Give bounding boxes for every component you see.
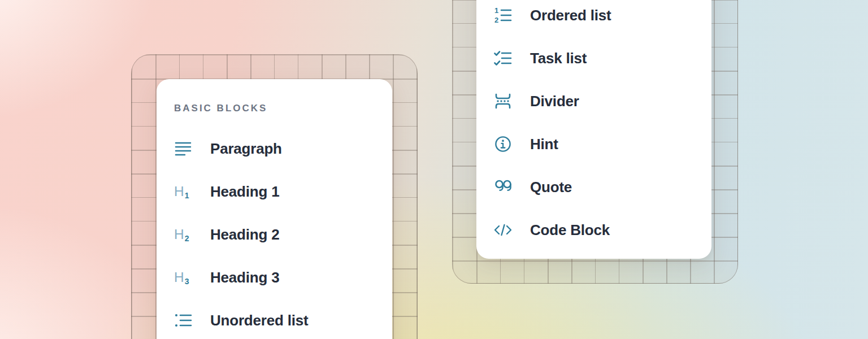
menu-item-list: 1 2 Ordered list Task list [476, 0, 711, 251]
svg-text:2: 2 [185, 234, 189, 243]
menu-item-task-list[interactable]: Task list [476, 37, 711, 80]
menu-item-label: Heading 3 [210, 270, 279, 285]
menu-item-label: Code Block [530, 223, 610, 237]
menu-item-label: Task list [530, 51, 587, 66]
menu-item-list: Paragraph H 1 Heading 1 H 2 [157, 127, 392, 339]
menu-item-label: Quote [530, 180, 572, 194]
heading-3-icon: H 3 [174, 268, 192, 286]
code-block-icon [494, 221, 512, 239]
menu-item-label: Hint [530, 137, 558, 151]
menu-item-label: Ordered list [530, 8, 611, 23]
menu-item-label: Unordered list [210, 313, 308, 328]
menu-item-code-block[interactable]: Code Block [476, 208, 711, 251]
menu-item-label: Heading 2 [210, 227, 279, 242]
menu-item-label: Divider [530, 94, 579, 108]
blocks-menu-continued: 1 2 Ordered list Task list [476, 0, 711, 259]
menu-item-label: Heading 1 [210, 184, 279, 199]
menu-item-quote[interactable]: Quote [476, 166, 711, 208]
basic-blocks-menu: BASIC BLOCKS Paragraph H 1 Heading 1 [157, 79, 392, 339]
heading-2-icon: H 2 [174, 225, 192, 244]
svg-text:1: 1 [185, 191, 189, 200]
hero-background: BASIC BLOCKS Paragraph H 1 Heading 1 [0, 0, 868, 339]
task-list-icon [494, 49, 512, 67]
menu-item-divider[interactable]: Divider [476, 80, 711, 123]
svg-text:1: 1 [494, 6, 498, 15]
menu-item-hint[interactable]: Hint [476, 123, 711, 166]
svg-text:2: 2 [494, 16, 498, 24]
divider-icon [494, 92, 512, 110]
heading-1-icon: H 1 [174, 182, 192, 201]
ordered-list-icon: 1 2 [494, 6, 512, 24]
unordered-list-icon [174, 311, 192, 329]
menu-item-paragraph[interactable]: Paragraph [157, 127, 392, 170]
menu-item-ordered-list[interactable]: 1 2 Ordered list [476, 0, 711, 37]
svg-text:H: H [174, 184, 184, 199]
svg-text:H: H [174, 227, 184, 242]
menu-item-heading-2[interactable]: H 2 Heading 2 [157, 213, 392, 256]
menu-item-heading-1[interactable]: H 1 Heading 1 [157, 170, 392, 213]
hint-icon [494, 135, 512, 153]
svg-text:H: H [174, 270, 184, 285]
quote-icon [494, 178, 512, 196]
menu-item-heading-3[interactable]: H 3 Heading 3 [157, 256, 392, 299]
menu-item-unordered-list[interactable]: Unordered list [157, 299, 392, 339]
menu-item-label: Paragraph [210, 141, 282, 156]
svg-text:3: 3 [185, 277, 189, 286]
paragraph-icon [174, 140, 192, 158]
menu-section-label: BASIC BLOCKS [174, 102, 392, 115]
